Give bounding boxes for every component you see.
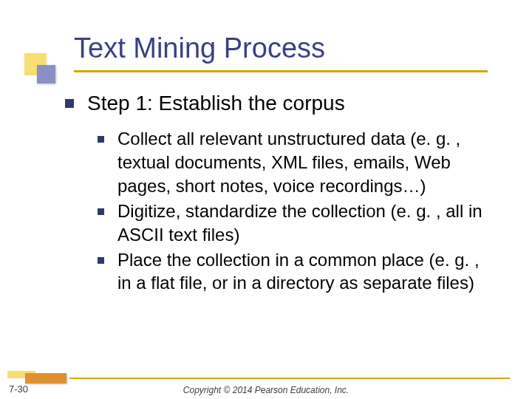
list-item-text: Place the collection in a common place (… bbox=[117, 248, 497, 296]
copyright-text: Copyright © 2014 Pearson Education, Inc. bbox=[0, 385, 532, 395]
step-heading-text: Step 1: Establish the corpus bbox=[87, 92, 345, 115]
list-item-text: Digitize, standardize the collection (e.… bbox=[117, 200, 497, 247]
bullet-icon bbox=[65, 99, 74, 108]
list-item: Digitize, standardize the collection (e.… bbox=[98, 200, 497, 247]
slide: Text Mining Process Step 1: Establish th… bbox=[0, 0, 532, 399]
footer-rule bbox=[69, 378, 510, 379]
bullet-icon bbox=[98, 208, 104, 215]
bullet-list: Collect all relevant unstructured data (… bbox=[98, 127, 497, 296]
bullet-icon bbox=[98, 257, 104, 264]
list-item-text: Collect all relevant unstructured data (… bbox=[117, 127, 497, 198]
decor-footer-orange bbox=[25, 373, 66, 383]
list-item: Collect all relevant unstructured data (… bbox=[98, 127, 497, 198]
slide-title: Text Mining Process bbox=[74, 33, 325, 64]
list-item: Place the collection in a common place (… bbox=[98, 248, 497, 296]
step-heading: Step 1: Establish the corpus bbox=[65, 92, 345, 115]
bullet-icon bbox=[98, 136, 104, 143]
title-underline bbox=[74, 70, 488, 72]
decor-square-purple bbox=[37, 65, 55, 83]
